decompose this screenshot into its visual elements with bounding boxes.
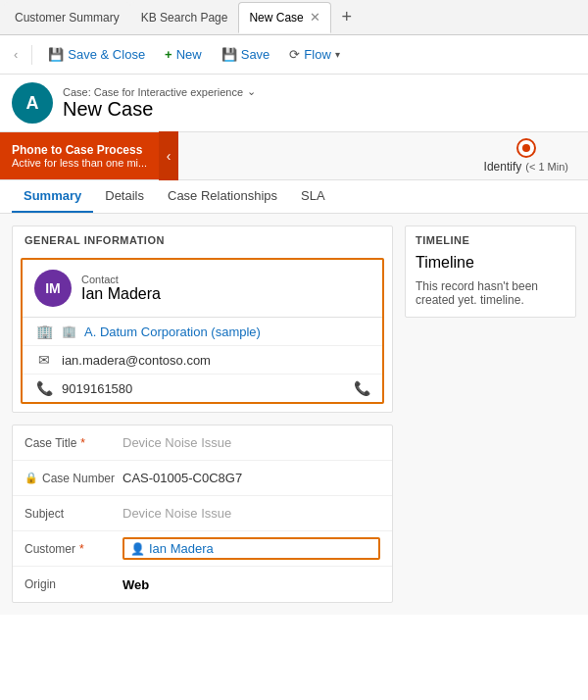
toolbar-separator	[31, 45, 32, 65]
avatar: A	[12, 82, 53, 124]
tab-customer-summary[interactable]: Customer Summary	[4, 2, 130, 33]
tab-sla[interactable]: SLA	[289, 180, 337, 213]
case-number-row: 🔒 Case Number CAS-01005-C0C8G7	[13, 461, 392, 496]
case-title-row: Case Title * Device Noise Issue	[13, 425, 392, 461]
customer-field[interactable]: 👤 Ian Madera	[122, 537, 380, 560]
contact-phone: 9019161580	[62, 381, 132, 396]
save-close-button[interactable]: 💾 Save & Close	[40, 43, 153, 66]
required-marker: *	[80, 436, 85, 450]
nav-tabs: Summary Details Case Relationships SLA	[0, 180, 588, 214]
general-info-card: GENERAL INFORMATION IM Contact Ian Mader…	[12, 225, 393, 413]
back-button[interactable]: ‹	[8, 43, 24, 66]
save-icon: 💾	[221, 47, 237, 62]
tab-bar: Customer Summary KB Search Page New Case…	[0, 0, 588, 35]
save-close-icon: 💾	[48, 47, 64, 62]
tab-details[interactable]: Details	[93, 180, 156, 213]
customer-contact-icon: 👤	[130, 542, 145, 556]
subject-label: Subject	[24, 507, 122, 521]
email-icon: ✉	[34, 352, 54, 368]
general-info-header: GENERAL INFORMATION	[13, 226, 392, 250]
case-title-value[interactable]: Device Noise Issue	[122, 435, 380, 450]
flow-chevron-icon: ▾	[335, 49, 340, 60]
timeline-empty-text: This record hasn't been created yet. tim…	[406, 275, 575, 317]
contact-phone-row: 📞 9019161580 📞	[23, 375, 382, 402]
flow-button[interactable]: ⟳ Flow ▾	[281, 43, 347, 66]
timeline-title: Timeline	[406, 250, 575, 275]
page-header: A Case: Case for Interactive experience …	[0, 75, 588, 131]
contact-email: ian.madera@contoso.com	[62, 353, 211, 368]
side-column: TIMELINE Timeline This record hasn't bee…	[405, 225, 576, 603]
process-phase-sub: Active for less than one mi...	[12, 157, 147, 169]
process-step-time: (< 1 Min)	[525, 161, 568, 173]
contact-company-row: 🏢 🏢 A. Datum Corporation (sample)	[23, 318, 382, 346]
origin-row: Origin Web	[13, 567, 392, 602]
toolbar: ‹ 💾 Save & Close + New 💾 Save ⟳ Flow ▾	[0, 35, 588, 75]
page-title: New Case	[63, 98, 256, 121]
tab-summary[interactable]: Summary	[12, 180, 93, 213]
form-card: Case Title * Device Noise Issue 🔒 Case N…	[12, 425, 393, 603]
add-tab-button[interactable]: +	[333, 4, 361, 31]
save-button[interactable]: 💾 Save	[214, 43, 278, 66]
main-column: GENERAL INFORMATION IM Contact Ian Mader…	[12, 225, 393, 603]
process-step-label: Identify	[484, 160, 522, 174]
subject-row: Subject Device Noise Issue	[13, 496, 392, 531]
case-number-value: CAS-01005-C0C8G7	[122, 471, 380, 485]
close-tab-icon[interactable]: ✕	[310, 10, 320, 25]
process-step-identify[interactable]: Identify (< 1 Min)	[484, 138, 568, 174]
timeline-header: TIMELINE	[406, 226, 575, 250]
contact-email-row: ✉ ian.madera@contoso.com	[23, 346, 382, 375]
contact-avatar: IM	[34, 270, 72, 307]
origin-value: Web	[122, 577, 380, 592]
case-title-label: Case Title *	[24, 436, 122, 450]
tab-kb-search-page[interactable]: KB Search Page	[130, 2, 239, 33]
subject-value[interactable]: Device Noise Issue	[122, 506, 380, 521]
lock-icon: 🔒	[24, 472, 38, 484]
company-icon: 🏢	[34, 324, 54, 339]
contact-label: Contact	[81, 274, 161, 285]
process-phase-title: Phone to Case Process	[12, 143, 147, 157]
breadcrumb: Case: Case for Interactive experience ⌄	[63, 85, 256, 98]
process-collapse-button[interactable]: ‹	[159, 131, 178, 180]
customer-label: Customer *	[24, 542, 122, 556]
process-step-dot	[516, 138, 536, 158]
required-marker-2: *	[79, 542, 84, 556]
new-button[interactable]: + New	[157, 43, 210, 66]
contact-company-link[interactable]: A. Datum Corporation (sample)	[84, 325, 261, 339]
main-content: GENERAL INFORMATION IM Contact Ian Mader…	[0, 214, 588, 615]
phone-icon: 📞	[34, 380, 54, 396]
breadcrumb-chevron-icon[interactable]: ⌄	[247, 85, 256, 98]
contact-top: IM Contact Ian Madera	[23, 260, 382, 318]
process-bar: Phone to Case Process Active for less th…	[0, 131, 588, 180]
case-number-label: 🔒 Case Number	[24, 472, 122, 485]
origin-label: Origin	[24, 577, 122, 591]
process-phase: Phone to Case Process Active for less th…	[0, 132, 159, 179]
customer-value[interactable]: Ian Madera	[149, 541, 372, 556]
form-grid: Case Title * Device Noise Issue 🔒 Case N…	[13, 425, 392, 602]
contact-card: IM Contact Ian Madera 🏢 🏢 A. Datum Corpo…	[21, 258, 384, 404]
contact-name: Ian Madera	[81, 285, 161, 303]
new-icon: +	[165, 47, 172, 62]
contact-company-icon2: 🏢	[62, 325, 76, 338]
process-steps: Identify (< 1 Min)	[178, 138, 588, 174]
tab-new-case[interactable]: New Case ✕	[238, 2, 330, 33]
timeline-card: TIMELINE Timeline This record hasn't bee…	[405, 225, 576, 318]
customer-row: Customer * 👤 Ian Madera	[13, 531, 392, 567]
phone-call-icon[interactable]: 📞	[354, 380, 370, 396]
flow-icon: ⟳	[289, 47, 300, 62]
tab-case-relationships[interactable]: Case Relationships	[156, 180, 289, 213]
